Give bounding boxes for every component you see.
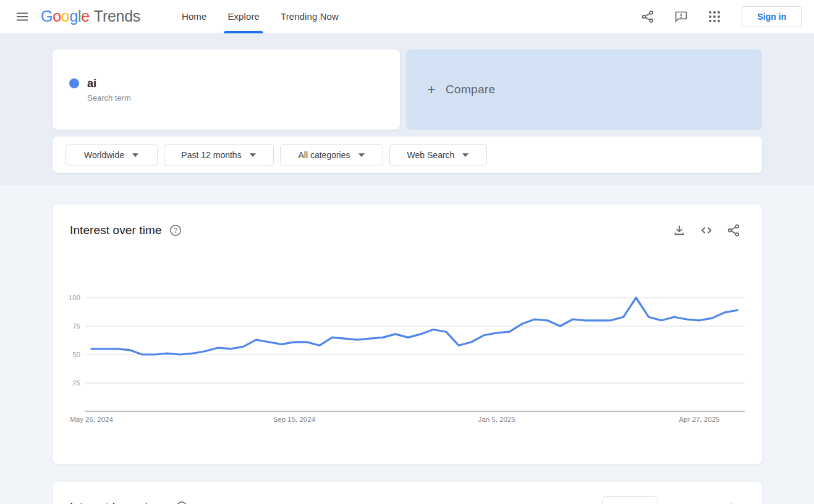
help-icon[interactable]: ? <box>176 501 188 504</box>
feedback-button[interactable] <box>668 4 695 29</box>
apps-grid-icon <box>707 9 722 24</box>
search-term-type: Search term <box>87 93 131 103</box>
sign-in-button[interactable]: Sign in <box>742 6 802 27</box>
category-filter-dropdown[interactable]: All categories <box>280 144 383 166</box>
top-bar-actions: Sign in <box>628 4 804 29</box>
download-csv-button[interactable] <box>668 220 690 240</box>
sort-button[interactable] <box>674 496 702 504</box>
svg-text:75: 75 <box>72 322 80 330</box>
svg-text:Jan 5, 2025: Jan 5, 2025 <box>478 416 515 423</box>
code-embed-icon <box>699 223 714 238</box>
region-card-title-row: Interest by region ? <box>70 500 188 504</box>
svg-text:100: 100 <box>69 294 80 301</box>
svg-text:25: 25 <box>72 379 80 387</box>
trends-logo-text: Trends <box>94 7 140 25</box>
google-trends-logo[interactable]: Google Trends <box>41 7 140 25</box>
time-filter-dropdown[interactable]: Past 12 months <box>164 144 274 166</box>
svg-text:Apr 27, 2025: Apr 27, 2025 <box>679 416 720 423</box>
download-icon <box>724 501 739 504</box>
share-icon <box>726 223 741 238</box>
top-bar: Google Trends Home Explore Trending Now <box>0 0 814 33</box>
help-icon[interactable]: ? <box>169 224 182 237</box>
chevron-down-icon <box>462 153 469 158</box>
search-term-value: ai <box>87 77 131 90</box>
term-text: ai Search term <box>87 77 131 103</box>
google-apps-button[interactable] <box>701 4 728 29</box>
chevron-down-icon <box>132 153 139 158</box>
embed-button[interactable] <box>695 220 718 240</box>
main-nav: Home Explore Trending Now <box>171 0 349 33</box>
add-comparison-card[interactable]: + Compare <box>406 49 762 130</box>
svg-text:Sep 15, 2024: Sep 15, 2024 <box>273 416 316 423</box>
chevron-down-icon <box>680 501 695 504</box>
svg-text:May 26, 2024: May 26, 2024 <box>70 416 113 423</box>
term-row: ai Search term + Compare <box>53 49 762 130</box>
share-button[interactable] <box>634 4 661 29</box>
svg-text:50: 50 <box>72 351 80 358</box>
region-card-title: Interest by region <box>70 500 161 504</box>
series-color-dot <box>69 78 79 88</box>
chart-toolbar <box>668 220 745 240</box>
svg-text:?: ? <box>174 227 177 234</box>
share-icon <box>640 9 655 24</box>
chevron-down-icon <box>358 153 365 158</box>
nav-item-explore[interactable]: Explore <box>217 0 270 33</box>
hamburger-icon <box>15 9 30 24</box>
region-level-dropdown[interactable] <box>602 496 658 504</box>
chevron-down-icon <box>249 153 256 158</box>
filters-bar: Worldwide Past 12 months All categories … <box>53 136 762 173</box>
download-icon <box>672 223 687 238</box>
compare-label: Compare <box>446 83 495 96</box>
geo-filter-dropdown[interactable]: Worldwide <box>66 144 158 166</box>
interest-over-time-card: Interest over time ? <box>53 204 762 464</box>
main-content: Interest over time ? <box>0 185 814 504</box>
nav-item-trending-now[interactable]: Trending Now <box>270 0 349 33</box>
explore-controls-section: ai Search term + Compare Worldwide Past … <box>0 33 814 185</box>
hamburger-menu-button[interactable] <box>10 4 35 29</box>
plus-icon: + <box>427 82 436 97</box>
interest-by-region-card: Interest by region ? <box>53 482 762 504</box>
share-chart-button[interactable] <box>723 220 745 240</box>
nav-item-home[interactable]: Home <box>171 0 217 33</box>
feedback-icon <box>674 9 689 24</box>
chart-title: Interest over time <box>70 224 162 237</box>
chart-header: Interest over time ? <box>53 204 762 240</box>
interest-over-time-chart[interactable]: 255075100May 26, 2024Sep 15, 2024Jan 5, … <box>53 266 762 426</box>
download-csv-button[interactable] <box>718 496 745 504</box>
google-logo-text: Google <box>41 7 90 25</box>
search-type-filter-dropdown[interactable]: Web Search <box>389 144 487 166</box>
region-card-controls <box>602 496 745 504</box>
search-term-card[interactable]: ai Search term <box>53 49 400 130</box>
